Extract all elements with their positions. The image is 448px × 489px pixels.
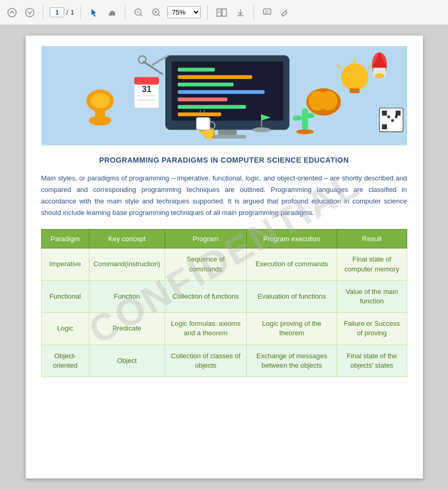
svg-point-76 — [252, 128, 271, 133]
cell-execution-3: Exchange of messages between the objects — [247, 345, 337, 377]
svg-rect-69 — [395, 116, 397, 118]
cell-execution-1: Evaluation of functions — [247, 280, 337, 312]
down-icon — [25, 8, 35, 17]
separator-1 — [43, 5, 43, 20]
cell-result-1: Value of the main function — [337, 280, 407, 312]
svg-rect-72 — [305, 113, 314, 118]
cell-paradigm-0: Imperative — [41, 248, 89, 280]
download-icon — [236, 8, 245, 17]
svg-rect-65 — [395, 111, 400, 116]
svg-point-1 — [26, 8, 34, 17]
cell-program-0: Sequence of commands — [165, 248, 246, 280]
col-header-result: Result — [337, 230, 407, 248]
svg-rect-6 — [114, 12, 115, 16]
zoom-in-button[interactable] — [150, 6, 163, 19]
cell-program-3: Collection of classes of objects — [165, 345, 246, 377]
banner-image: 31 👆 — [41, 46, 407, 145]
download-button[interactable] — [234, 6, 247, 19]
svg-rect-33 — [177, 98, 227, 101]
svg-rect-55 — [134, 77, 159, 84]
cell-result-2: Failure or Success of proving — [337, 313, 407, 345]
fit-page-button[interactable] — [214, 6, 229, 19]
svg-line-10 — [140, 14, 142, 16]
cell-execution-0: Execution of commands — [247, 248, 337, 280]
cell-result-3: Final state of the objects' states — [337, 345, 407, 377]
svg-rect-34 — [177, 105, 246, 109]
col-header-execution: Program execution — [247, 230, 337, 248]
cursor-icon — [89, 8, 99, 17]
svg-rect-7 — [109, 14, 110, 16]
up-icon — [7, 8, 17, 17]
svg-rect-70 — [302, 108, 308, 130]
table-header-row: Paradigm Key concept Program Program exe… — [41, 230, 407, 248]
svg-line-14 — [158, 14, 160, 16]
col-header-key-concept: Key concept — [89, 230, 165, 248]
table-row: Object-oriented Object Collection of cla… — [41, 345, 407, 377]
separator-4 — [207, 5, 208, 20]
svg-point-73 — [296, 129, 313, 134]
cell-paradigm-3: Object-oriented — [41, 345, 89, 377]
comment-icon — [262, 8, 272, 17]
page-separator: / — [66, 8, 68, 16]
comment-button[interactable] — [260, 6, 274, 19]
paradigms-table: Paradigm Key concept Program Program exe… — [41, 229, 407, 377]
hand-tool-button[interactable] — [105, 6, 119, 19]
svg-point-0 — [8, 8, 16, 17]
select-cursor-button[interactable] — [87, 6, 101, 19]
cell-execution-2: Logic proving of the theorem — [247, 313, 337, 345]
scroll-up-button[interactable] — [5, 6, 19, 19]
separator-3 — [125, 5, 125, 20]
table-row: Functional Function Collection of functi… — [41, 280, 407, 312]
svg-point-50 — [374, 73, 384, 78]
zoom-out-button[interactable] — [132, 6, 145, 19]
svg-rect-35 — [177, 112, 221, 116]
separator-2 — [81, 5, 81, 20]
svg-rect-67 — [387, 116, 390, 118]
edit-icon — [280, 8, 290, 17]
banner-svg: 31 👆 — [41, 46, 407, 145]
zoom-in-icon — [152, 8, 161, 17]
svg-rect-32 — [177, 90, 264, 94]
zoom-select[interactable]: 75% 50% 100% 125% 150% — [167, 6, 201, 18]
table-wrapper: Paradigm Key concept Program Program exe… — [41, 229, 407, 377]
table-row: Logic Predicate Logic formulas: axioms a… — [41, 313, 407, 345]
svg-point-41 — [90, 93, 110, 108]
page-total: 1 — [71, 8, 74, 16]
svg-rect-71 — [292, 116, 302, 121]
svg-rect-64 — [382, 111, 387, 116]
scroll-down-button[interactable] — [23, 6, 37, 19]
cell-program-2: Logic formulas: axioms and a theorem — [165, 313, 246, 345]
svg-rect-29 — [177, 68, 214, 72]
cell-key-concept-2: Predicate — [89, 313, 165, 345]
page-number-container: 1 / 1 — [50, 7, 74, 17]
article-title: PROGRAMMING PARADIGMS IN COMPUTER SCIENC… — [41, 156, 407, 164]
document-page: CONFIDENTIAL — [26, 36, 423, 479]
cell-program-1: Collection of functions — [165, 280, 246, 312]
svg-text:31: 31 — [142, 84, 151, 94]
svg-rect-43 — [349, 88, 359, 94]
zoom-out-icon — [134, 8, 143, 17]
svg-rect-77 — [196, 118, 210, 130]
svg-rect-31 — [177, 83, 233, 86]
cell-key-concept-1: Function — [89, 280, 165, 312]
svg-rect-16 — [222, 9, 226, 16]
article-body: Main styles, or paradigms of programming… — [41, 173, 407, 219]
cell-paradigm-1: Functional — [41, 280, 89, 312]
svg-rect-3 — [110, 12, 111, 16]
svg-point-42 — [341, 63, 368, 90]
toolbar: 1 / 1 75% 50% — [0, 0, 448, 25]
table-row: Imperative Command(instruction) Sequence… — [41, 248, 407, 280]
hand-icon — [107, 8, 117, 17]
svg-rect-4 — [111, 10, 113, 16]
cell-result-0: Final state of computer memory — [337, 248, 407, 280]
separator-5 — [254, 5, 254, 20]
svg-rect-30 — [177, 75, 252, 79]
col-header-program: Program — [165, 230, 246, 248]
page-current-input[interactable]: 1 — [50, 7, 64, 17]
svg-rect-5 — [112, 11, 114, 16]
svg-point-53 — [319, 91, 337, 111]
edit-button[interactable] — [278, 6, 292, 19]
svg-rect-68 — [391, 119, 394, 122]
cell-key-concept-3: Object — [89, 345, 165, 377]
content-area: CONFIDENTIAL — [0, 25, 448, 489]
